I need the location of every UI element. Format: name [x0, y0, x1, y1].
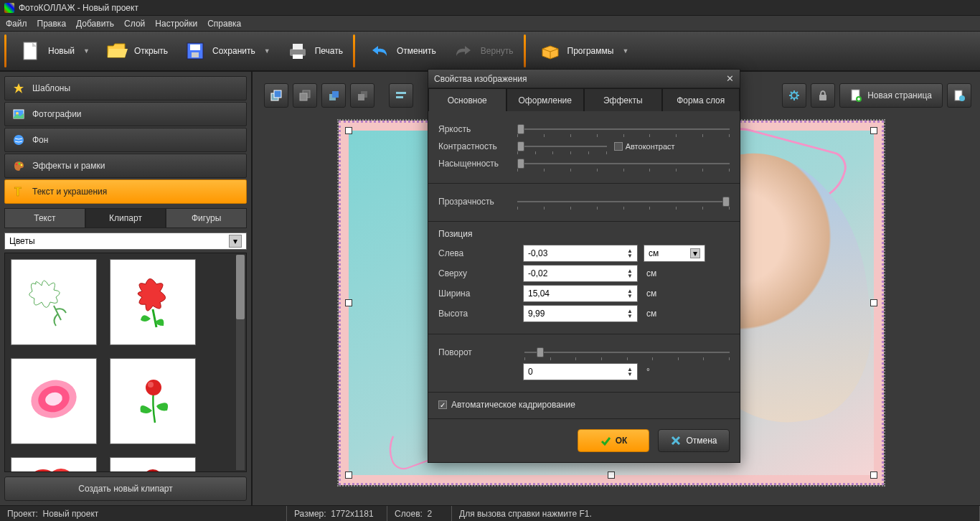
- save-button[interactable]: Сохранить ▼: [176, 35, 278, 67]
- unit-combo[interactable]: см▾: [644, 245, 705, 262]
- subtab-clipart[interactable]: Клипарт: [85, 208, 166, 228]
- new-button[interactable]: Новый ▼: [12, 35, 97, 67]
- menu-add[interactable]: Добавить: [76, 19, 114, 29]
- sidebar-item-templates[interactable]: Шаблоны: [4, 76, 247, 100]
- selection-handle[interactable]: [345, 299, 352, 306]
- rotation-input[interactable]: 0▲▼: [523, 363, 638, 380]
- cancel-button[interactable]: Отмена: [658, 429, 730, 452]
- clipart-item[interactable]: [11, 457, 97, 472]
- category-combo[interactable]: Цветы ▾: [4, 233, 247, 250]
- height-input[interactable]: 9,99▲▼: [523, 305, 638, 322]
- caret-icon: ▼: [264, 47, 270, 55]
- left-input[interactable]: -0,03▲▼: [523, 245, 638, 262]
- selection-handle[interactable]: [870, 127, 877, 134]
- close-icon[interactable]: ✕: [726, 73, 734, 84]
- subtab-shapes[interactable]: Фигуры: [166, 208, 247, 228]
- checkbox-icon: [614, 142, 623, 151]
- width-input[interactable]: 15,04▲▼: [523, 285, 638, 302]
- svg-point-17: [146, 380, 161, 395]
- dialog-footer: ОК Отмена: [428, 419, 740, 462]
- redo-button[interactable]: Вернуть: [445, 35, 521, 67]
- menu-file[interactable]: Файл: [6, 19, 27, 29]
- sidebar-item-text[interactable]: T Текст и украшения: [4, 179, 247, 204]
- clipart-item[interactable]: [110, 259, 196, 345]
- tab-shape[interactable]: Форма слоя: [662, 88, 740, 111]
- sidebar-item-label: Текст и украшения: [32, 187, 107, 197]
- clipart-grid: [4, 253, 247, 472]
- open-button[interactable]: Открыть: [98, 35, 175, 67]
- saturation-slider[interactable]: [517, 157, 730, 170]
- rotation-slider[interactable]: [524, 346, 730, 359]
- tab-design[interactable]: Оформление: [507, 88, 585, 111]
- box-icon: [539, 39, 562, 62]
- menu-settings[interactable]: Настройки: [155, 19, 197, 29]
- clipart-item[interactable]: [11, 259, 97, 345]
- svg-point-9: [14, 135, 24, 145]
- programs-button[interactable]: Программы ▼: [532, 35, 636, 67]
- svg-rect-34: [819, 95, 826, 100]
- svg-point-38: [959, 95, 965, 101]
- svg-rect-3: [192, 52, 199, 57]
- caret-icon: ▼: [83, 47, 90, 55]
- sidebar-item-effects[interactable]: Эффекты и рамки: [4, 154, 247, 178]
- main-toolbar: Новый ▼ Открыть Сохранить ▼ Печать Отмен…: [0, 32, 980, 72]
- selection-handle[interactable]: [608, 471, 615, 479]
- toolbar-separator: [4, 34, 6, 67]
- open-icon: [105, 39, 128, 62]
- settings-button[interactable]: [782, 83, 806, 108]
- brightness-slider[interactable]: [517, 123, 730, 136]
- selection-handle[interactable]: [870, 299, 877, 306]
- selection-handle[interactable]: [345, 471, 352, 479]
- layer-down-button[interactable]: [350, 83, 374, 108]
- layer-up-button[interactable]: [321, 83, 346, 108]
- clipart-item[interactable]: [11, 358, 97, 444]
- dialog-titlebar[interactable]: Свойства изображения ✕: [428, 70, 740, 88]
- combo-value: Цветы: [9, 236, 35, 246]
- ok-button[interactable]: ОК: [578, 429, 649, 452]
- status-bar: Проект: Новый проект Размер: 1772x1181 С…: [0, 505, 980, 521]
- toolbar-separator: [353, 34, 355, 67]
- position-heading: Позиция: [438, 229, 730, 239]
- left-label: Слева: [438, 248, 517, 258]
- palette-icon: [12, 159, 25, 172]
- caret-icon: ▼: [622, 47, 628, 55]
- opacity-slider[interactable]: [517, 195, 730, 208]
- new-page-button[interactable]: Новая страница: [839, 83, 943, 108]
- sidebar-item-photos[interactable]: Фотографии: [4, 102, 247, 126]
- clipart-item[interactable]: [110, 358, 196, 444]
- autocontrast-checkbox[interactable]: Автоконтраст: [614, 142, 675, 151]
- menu-help[interactable]: Справка: [207, 19, 241, 29]
- clipart-item[interactable]: [110, 457, 196, 472]
- status-project: Проект: Новый проект: [0, 506, 287, 521]
- scrollbar-thumb[interactable]: [236, 255, 245, 319]
- layer-front-button[interactable]: [264, 83, 288, 108]
- sidebar-item-background[interactable]: Фон: [4, 128, 247, 152]
- subtab-text[interactable]: Текст: [4, 208, 85, 228]
- lock-button[interactable]: [811, 83, 835, 108]
- image-properties-dialog: Свойства изображения ✕ Основное Оформлен…: [428, 69, 740, 463]
- align-button[interactable]: [389, 83, 413, 108]
- menu-layer[interactable]: Слой: [124, 19, 145, 29]
- app-icon: [4, 3, 14, 13]
- menu-bar: Файл Правка Добавить Слой Настройки Спра…: [0, 16, 980, 32]
- selection-handle[interactable]: [345, 127, 352, 134]
- save-icon: [184, 39, 207, 62]
- opacity-label: Прозрачность: [438, 197, 510, 207]
- undo-icon: [368, 39, 391, 62]
- menu-edit[interactable]: Правка: [37, 19, 67, 29]
- print-icon: [286, 39, 309, 62]
- contrast-slider[interactable]: [517, 140, 607, 153]
- selection-handle[interactable]: [870, 471, 877, 479]
- page-settings-button[interactable]: [947, 83, 971, 108]
- tab-effects[interactable]: Эффекты: [584, 88, 662, 111]
- page-plus-icon: [850, 89, 862, 102]
- tab-main[interactable]: Основное: [428, 88, 507, 111]
- brightness-label: Яркость: [438, 124, 510, 134]
- autocrop-checkbox[interactable]: Автоматическое кадрирование: [438, 400, 730, 410]
- top-input[interactable]: -0,02▲▼: [523, 265, 638, 282]
- layer-back-button[interactable]: [293, 83, 317, 108]
- print-button[interactable]: Печать: [279, 35, 350, 67]
- undo-button[interactable]: Отменить: [361, 35, 443, 67]
- create-clipart-button[interactable]: Создать новый клипарт: [4, 477, 247, 501]
- rotation-label: Поворот: [438, 347, 517, 357]
